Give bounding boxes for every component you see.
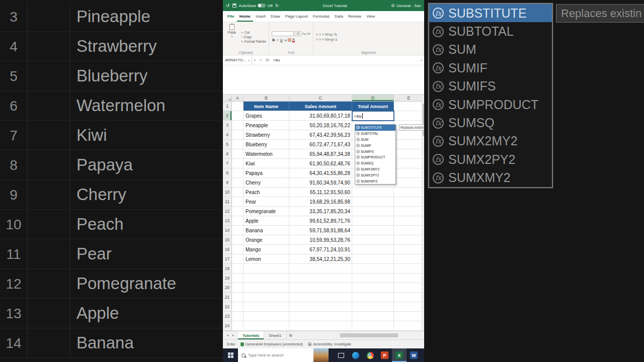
paste-button[interactable]: Paste ▾ <box>225 24 238 49</box>
cell-C17[interactable]: 38,54,12,21,25,30 <box>289 254 352 264</box>
cell-A2[interactable] <box>232 111 244 121</box>
underline-button[interactable]: U <box>280 38 283 42</box>
cell-B21[interactable] <box>244 293 289 302</box>
ribbon-tab-data[interactable]: Data <box>332 11 346 22</box>
cell-D19[interactable] <box>352 274 394 283</box>
edge-taskbar-item[interactable] <box>348 348 363 362</box>
cell-E20[interactable] <box>394 283 424 293</box>
align-middle-icon[interactable]: ≡ <box>319 33 320 36</box>
cell-E24[interactable] <box>394 321 424 331</box>
cell-D1[interactable]: Total Amount <box>352 102 394 111</box>
task-view-button[interactable] <box>334 348 348 362</box>
cell-E4[interactable] <box>394 130 424 140</box>
cell-B13[interactable]: Apple <box>244 216 289 226</box>
cell-D16[interactable] <box>352 245 394 254</box>
cell-A23[interactable] <box>232 312 244 321</box>
align-right-icon[interactable]: ≡ <box>322 38 324 41</box>
bold-button[interactable]: B <box>272 38 275 42</box>
autosave-toggle[interactable]: AutoSave Off <box>239 4 273 8</box>
cell-C11[interactable]: 19,68,29,16,85,98 <box>289 197 352 207</box>
cell-B1[interactable]: Item Name <box>244 102 289 111</box>
autocomplete-item-sumproduct[interactable]: fxSUMPRODUCT <box>355 154 395 160</box>
cell-C2[interactable]: 31,60,69,80,17,18 <box>289 111 352 121</box>
cell-D14[interactable] <box>352 226 394 235</box>
row-header-15[interactable]: 15 <box>223 235 232 245</box>
horizontal-scrollbar[interactable] <box>295 331 424 339</box>
align-bottom-icon[interactable]: ≡ <box>322 33 324 36</box>
cell-C15[interactable]: 10,59,99,53,28,76 <box>289 235 352 245</box>
cell-C5[interactable]: 60,72,47,71,67,43 <box>289 140 352 149</box>
cell-B10[interactable]: Peach <box>244 188 289 197</box>
cell-B19[interactable] <box>244 274 289 283</box>
cell-C8[interactable]: 64,30,41,55,86,28 <box>289 168 352 178</box>
cell-C4[interactable]: 67,43,42,39,56,23 <box>289 130 352 140</box>
cell-B7[interactable]: Kiwi <box>244 159 289 168</box>
ribbon-tab-insert[interactable]: Insert <box>253 11 268 22</box>
ribbon-tab-home[interactable]: Home <box>237 11 253 22</box>
name-box[interactable]: ARRAYTO... ▾ <box>223 55 252 65</box>
cell-A21[interactable] <box>232 293 244 302</box>
search-input[interactable] <box>248 353 303 357</box>
cell-A20[interactable] <box>232 283 244 293</box>
italic-button[interactable]: I <box>276 38 278 42</box>
formula-bar-expanded-area[interactable] <box>223 65 424 95</box>
cell-A9[interactable] <box>232 178 244 188</box>
accessibility-status[interactable]: Accessibility: Investigate <box>308 342 351 346</box>
excel-taskbar-item[interactable]: X <box>392 348 407 362</box>
cell-A7[interactable] <box>232 159 244 168</box>
autocomplete-item-sum[interactable]: fxSUM <box>355 137 395 143</box>
cell-C14[interactable]: 59,71,58,91,88,64 <box>289 226 352 235</box>
sensitivity-status[interactable]: General\All Employees (unrestricted) <box>240 342 303 346</box>
cell-A6[interactable] <box>232 149 244 159</box>
autocomplete-item-subtotal[interactable]: fxSUBTOTAL <box>355 131 395 137</box>
cell-B15[interactable]: Orange <box>244 235 289 245</box>
row-header-13[interactable]: 13 <box>223 216 232 226</box>
next-sheet-icon[interactable]: ► <box>232 334 235 337</box>
ribbon-tab-file[interactable]: File <box>225 11 237 22</box>
cell-E9[interactable] <box>394 178 424 188</box>
sensitivity-title-label[interactable]: ⊘ General - Sav <box>391 4 421 8</box>
row-header-9[interactable]: 9 <box>223 178 232 188</box>
autocomplete-item-sumifs[interactable]: fxSUMIFS <box>355 148 395 154</box>
cell-B22[interactable] <box>244 302 289 312</box>
cell-A12[interactable] <box>232 207 244 216</box>
ribbon-tab-review[interactable]: Review <box>346 11 364 22</box>
cell-C6[interactable]: 65,94,48,87,34,38 <box>289 149 352 159</box>
shrink-font-icon[interactable]: A▾ <box>307 32 310 35</box>
row-header-1[interactable]: 1 <box>223 102 232 111</box>
taskbar-search[interactable] <box>238 348 313 362</box>
cell-A4[interactable] <box>232 130 244 140</box>
cell-C22[interactable] <box>289 302 352 312</box>
cell-E19[interactable] <box>394 274 424 283</box>
row-header-20[interactable]: 20 <box>223 283 232 293</box>
cell-E7[interactable] <box>394 159 424 168</box>
cell-C3[interactable]: 50,20,18,16,76,22 <box>289 121 352 130</box>
cell-D17[interactable] <box>352 254 394 264</box>
row-header-17[interactable]: 17 <box>223 254 232 264</box>
cell-E5[interactable] <box>394 140 424 149</box>
cell-C21[interactable] <box>289 293 352 302</box>
cell-E18[interactable] <box>394 264 424 274</box>
fill-color-icon[interactable] <box>288 38 291 42</box>
cell-E15[interactable] <box>394 235 424 245</box>
copy-button[interactable]: ⎕Copy <box>241 35 266 39</box>
merge-center-button[interactable]: Merge & <box>325 38 338 41</box>
cell-D15[interactable] <box>352 235 394 245</box>
prev-sheet-icon[interactable]: ◄ <box>226 334 229 337</box>
cell-B2[interactable]: Grapes <box>244 111 289 121</box>
row-header-6[interactable]: 6 <box>223 149 232 159</box>
cell-E11[interactable] <box>394 197 424 207</box>
row-header-5[interactable]: 5 <box>223 140 232 149</box>
cell-C13[interactable]: 99,61,52,89,71,76 <box>289 216 352 226</box>
row-header-18[interactable]: 18 <box>223 264 232 274</box>
row-header-22[interactable]: 22 <box>223 302 232 312</box>
cell-E16[interactable] <box>394 245 424 254</box>
cell-E1[interactable] <box>394 102 424 111</box>
cell-A16[interactable] <box>232 245 244 254</box>
cell-C12[interactable]: 33,35,17,85,20,34 <box>289 207 352 216</box>
cell-C18[interactable] <box>289 264 352 274</box>
autocomplete-item-sumif[interactable]: fxSUMIF <box>355 142 395 148</box>
cell-E12[interactable] <box>394 207 424 216</box>
row-header-11[interactable]: 11 <box>223 197 232 207</box>
cell-C9[interactable]: 91,60,34,59,74,90 <box>289 178 352 188</box>
